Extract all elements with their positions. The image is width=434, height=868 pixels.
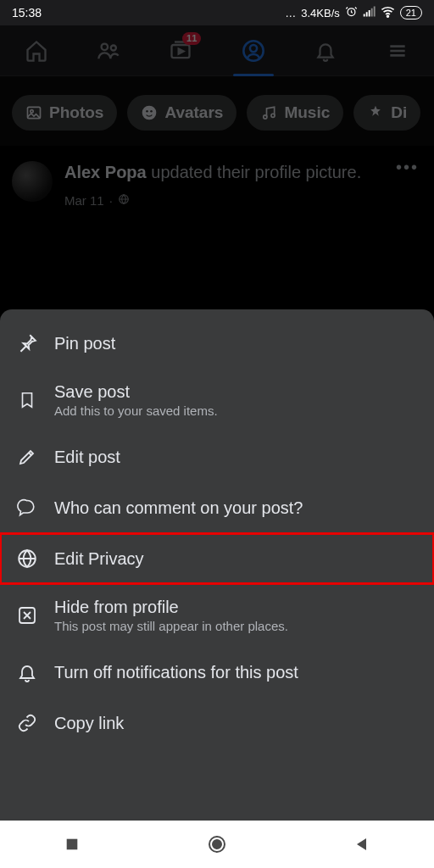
sheet-comment-label: Who can comment on your post? [54,498,303,518]
bell-icon [15,660,39,684]
chip-avatars[interactable]: Avatars [127,95,236,131]
svg-point-18 [271,114,275,117]
tab-home[interactable] [11,25,62,76]
tab-menu[interactable] [372,25,423,76]
globe-icon [118,192,130,209]
net-speed: 3.4KB/s [301,7,340,19]
chip-photos-label: Photos [49,103,103,122]
bookmark-icon [15,388,39,412]
svg-point-7 [102,43,108,49]
svg-point-6 [387,15,388,17]
chip-did[interactable]: Di [353,95,420,131]
sheet-hide-label: Hide from profile [54,598,288,617]
post-action-sheet: Pin post Save post Add this to your save… [0,309,434,821]
chip-photos[interactable]: Photos [12,95,117,131]
chip-did-label: Di [391,103,407,122]
avatar[interactable] [12,161,53,202]
post-date: Mar 11 [64,192,104,209]
tab-notifications[interactable] [300,25,351,76]
x-box-icon [15,604,39,627]
sheet-save-label: Save post [54,382,218,402]
dots-icon: … [285,7,296,19]
svg-point-15 [147,110,149,113]
profile-chips-row: Photos Avatars Music Di [0,76,434,146]
android-nav-bar [0,821,434,868]
svg-point-24 [213,840,221,849]
svg-rect-4 [371,8,373,17]
post: Alex Popa updated their profile picture.… [0,146,434,243]
post-author[interactable]: Alex Popa [64,163,147,181]
svg-point-11 [250,45,257,52]
tab-friends[interactable] [83,25,134,76]
status-time: 15:38 [12,6,285,19]
pin-icon [15,331,39,355]
sheet-save-sub: Add this to your saved items. [54,403,218,418]
signal-icon [363,5,376,20]
wifi-icon [381,5,395,20]
chip-music-label: Music [284,103,330,122]
sheet-hide-profile[interactable]: Hide from profile This post may still ap… [0,584,434,647]
alarm-icon [345,5,358,20]
sheet-pin-label: Pin post [54,334,115,353]
svg-point-13 [31,110,33,113]
sheet-pin-post[interactable]: Pin post [0,318,434,369]
comment-icon [15,496,39,520]
watch-badge: 11 [182,32,201,45]
sheet-copy-link[interactable]: Copy link [0,698,434,748]
sheet-edit-privacy[interactable]: Edit Privacy [0,533,434,584]
sheet-notif-label: Turn off notifications for this post [54,663,298,682]
sheet-copy-label: Copy link [54,714,124,733]
sheet-edit-label: Edit post [54,448,120,467]
sheet-turn-off-notifications[interactable]: Turn off notifications for this post [0,647,434,698]
svg-rect-2 [366,12,368,16]
sheet-who-comment[interactable]: Who can comment on your post? [0,482,434,533]
dimmed-background: 11 Photos Avatars Music Di [0,25,434,243]
sheet-edit-post[interactable]: Edit post [0,431,434,482]
chip-avatars-label: Avatars [164,103,223,122]
nav-back[interactable] [345,827,379,861]
sheet-privacy-label: Edit Privacy [54,549,144,569]
post-text: Alex Popa updated their profile picture.… [64,161,422,209]
svg-point-16 [151,110,153,113]
svg-point-8 [111,45,116,50]
svg-rect-5 [374,7,376,17]
post-action: updated their profile picture. [151,163,361,181]
sheet-save-post[interactable]: Save post Add this to your saved items. [0,369,434,431]
status-bar: 15:38 … 3.4KB/s 21 [0,0,434,25]
svg-rect-1 [364,14,365,17]
sheet-hide-sub: This post may still appear in other plac… [54,619,288,633]
pencil-icon [15,445,39,469]
link-icon [15,711,39,735]
nav-home[interactable] [200,827,234,861]
status-right: … 3.4KB/s 21 [285,5,422,20]
battery-indicator: 21 [400,6,422,19]
post-options-button[interactable]: ••• [396,158,419,177]
svg-rect-22 [67,839,78,850]
svg-point-17 [264,115,267,119]
svg-rect-3 [369,10,370,17]
nav-recent[interactable] [55,827,89,861]
post-meta: Mar 11 · [64,192,422,209]
svg-point-14 [142,106,157,120]
top-tab-bar: 11 [0,25,434,76]
chip-music[interactable]: Music [247,95,343,131]
tab-profile[interactable] [228,25,279,76]
tab-watch[interactable]: 11 [155,25,206,76]
globe-icon [15,547,39,570]
